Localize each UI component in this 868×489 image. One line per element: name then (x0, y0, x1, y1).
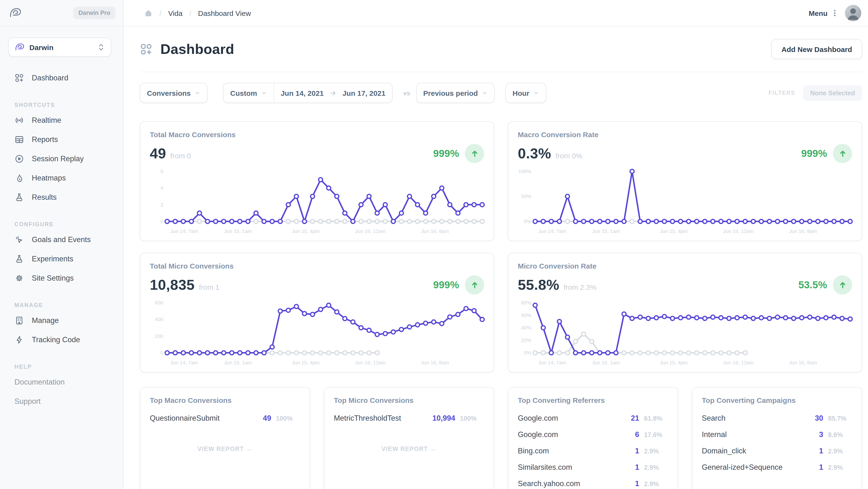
svg-text:Jun 15, 4pm: Jun 15, 4pm (660, 360, 688, 365)
flask-icon (14, 193, 24, 202)
list-row-value: 6 (635, 430, 639, 439)
arrow-up-icon (838, 280, 847, 290)
arrow-up-icon (470, 149, 479, 158)
svg-text:6: 6 (160, 168, 163, 174)
svg-text:4: 4 (160, 185, 163, 191)
view-report-link[interactable]: VIEW REPORT → (150, 446, 300, 452)
sidebar-item-results[interactable]: Results (0, 188, 123, 207)
filters-selected-pill[interactable]: None Selected (803, 85, 862, 101)
user-avatar[interactable] (845, 5, 861, 21)
card-top-converting-campaigns: Top Converting Campaigns Search3085.7%In… (692, 387, 862, 489)
sidebar-item-goals-and-events[interactable]: Goals and Events (0, 230, 123, 249)
list-row-percent: 8.6% (828, 431, 852, 438)
list-row: Bing.com12.9% (518, 443, 668, 459)
breadcrumb-site[interactable]: Vida (168, 9, 183, 17)
app-window: Darwin Pro Darwin DashboardSHORTCUTSReal… (0, 0, 868, 489)
top-lists-grid: Top Macro Conversions QuestionnaireSubmi… (140, 387, 862, 489)
sidebar: Darwin Pro Darwin DashboardSHORTCUTSReal… (0, 0, 124, 489)
sidebar-item-label: Goals and Events (32, 235, 91, 244)
breadcrumb: / Vida / Dashboard View (144, 9, 251, 17)
add-new-dashboard-button[interactable]: Add New Dashboard (771, 39, 862, 59)
sidebar-item-documentation[interactable]: Documentation (0, 372, 123, 392)
trend-up-badge (833, 275, 852, 295)
svg-text:Jun 16, 8am: Jun 16, 8am (421, 228, 449, 234)
sidebar-item-manage[interactable]: Manage (0, 311, 123, 330)
sidebar-item-realtime[interactable]: Realtime (0, 111, 123, 130)
range-type-dropdown[interactable]: Custom (223, 83, 274, 102)
date-range-picker[interactable]: Jun 14, 2021 Jun 17, 2021 (274, 83, 392, 102)
arrow-up-icon (838, 149, 847, 158)
table-icon (14, 135, 24, 144)
kpi-value: 0.3% (518, 145, 551, 162)
filter-bar: Conversions Custom Jun 14, 2021 Jun 17, … (140, 83, 862, 103)
broadcast-icon (14, 116, 24, 125)
list-row: Domain_click12.9% (702, 443, 852, 459)
page-title: Dashboard (160, 41, 234, 57)
svg-text:0: 0 (160, 350, 163, 355)
building-icon (14, 316, 24, 325)
sidebar-item-heatmaps[interactable]: Heatmaps (0, 168, 123, 188)
svg-text:2: 2 (160, 202, 163, 207)
chevron-down-icon (533, 90, 539, 96)
list-row: General-ized+Sequence12.9% (702, 459, 852, 476)
granularity-value: Hour (513, 89, 529, 97)
sidebar-item-tracking-code[interactable]: Tracking Code (0, 330, 123, 350)
sidebar-item-reports[interactable]: Reports (0, 130, 123, 149)
sidebar-item-session-replay[interactable]: Session Replay (0, 149, 123, 168)
svg-text:60%: 60% (521, 313, 531, 318)
svg-text:Jun 16, 8am: Jun 16, 8am (421, 360, 449, 365)
bolt-icon (14, 335, 24, 345)
kpi-previous: from 0% (555, 152, 582, 160)
sidebar-item-site-settings[interactable]: Site Settings (0, 268, 123, 288)
card-total-micro-conversions: Total Micro Conversions 10,835 from 1 99… (140, 253, 494, 372)
card-total-macro-conversions: Total Macro Conversions 49 from 0 999% 6… (140, 121, 494, 241)
list-row-value: 1 (819, 447, 823, 455)
play-circle-icon (14, 154, 24, 164)
kpi-row: 10,835 from 1 999% (150, 274, 484, 296)
list-row: Google.com617.6% (518, 426, 668, 443)
sidebar-item-support[interactable]: Support (0, 392, 123, 411)
topbar: / Vida / Dashboard View Menu (124, 0, 868, 27)
sidebar-item-dashboard[interactable]: Dashboard (0, 68, 123, 88)
chevron-down-icon (482, 90, 488, 96)
svg-text:0: 0 (160, 219, 163, 224)
svg-text:Jun 16, 12am: Jun 16, 12am (355, 228, 385, 234)
list-row-name: Domain_click (702, 447, 819, 455)
sidebar-item-experiments[interactable]: Experiments (0, 249, 123, 268)
svg-text:Jun 15, 4pm: Jun 15, 4pm (660, 228, 688, 234)
kpi-value: 10,835 (150, 277, 195, 293)
list-row-name: Bing.com (518, 447, 635, 455)
list-row-percent: 2.9% (644, 447, 668, 455)
card-macro-conversion-rate: Macro Conversion Rate 0.3% from 0% 999% … (508, 121, 862, 241)
kpi-row: 49 from 0 999% (150, 142, 484, 165)
list-row-name: QuestionnaireSubmit (150, 414, 263, 423)
list-row-name: Internal (702, 430, 819, 439)
list-row-value: 1 (635, 463, 639, 472)
trend-up-badge (833, 144, 852, 163)
menu-button[interactable]: Menu (807, 6, 840, 20)
svg-text:50%: 50% (521, 194, 531, 199)
granularity-dropdown[interactable]: Hour (505, 83, 546, 103)
dashboard-content: Dashboard Add New Dashboard Conversions … (124, 27, 868, 489)
sidebar-item-label: Heatmaps (32, 174, 66, 183)
list-row-value: 49 (263, 414, 272, 423)
kpi-change: 999% (433, 144, 484, 163)
metric-dropdown[interactable]: Conversions (140, 83, 208, 103)
view-report-link[interactable]: VIEW REPORT → (334, 446, 484, 452)
end-date: Jun 17, 2021 (342, 89, 385, 97)
sidebar-section-shortcuts: SHORTCUTS (0, 99, 123, 111)
kpi-change-value: 999% (801, 148, 827, 159)
list-row-name: General-ized+Sequence (702, 463, 819, 472)
trend-up-badge (465, 144, 484, 163)
svg-text:Jun 14, 7am: Jun 14, 7am (538, 228, 566, 234)
breadcrumb-current: Dashboard View (198, 9, 251, 17)
compare-dropdown[interactable]: Previous period (416, 83, 495, 103)
workspace-selector[interactable]: Darwin (8, 37, 111, 57)
svg-text:0%: 0% (524, 219, 531, 224)
list-row-percent: 85.7% (828, 415, 852, 422)
list-row-percent: 17.6% (644, 431, 668, 438)
sidebar-item-label: Reports (32, 135, 58, 144)
home-icon[interactable] (144, 9, 153, 17)
list-row: MetricThresholdTest10,994100% (334, 410, 484, 426)
card-title: Top Converting Campaigns (702, 396, 852, 404)
